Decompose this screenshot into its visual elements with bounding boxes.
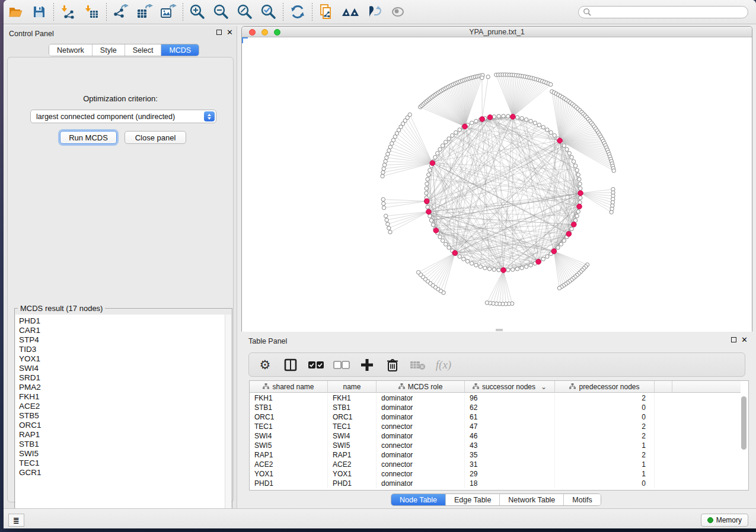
export-table-icon[interactable] [133, 2, 157, 22]
table-panel-title: Table Panel [248, 337, 287, 345]
search-input[interactable] [578, 6, 748, 18]
first-neighbors-icon[interactable] [339, 2, 362, 22]
import-network-icon[interactable] [56, 2, 80, 22]
table-settings-gear-icon[interactable]: ⚙ [255, 356, 275, 374]
table-row[interactable]: STB1STB1dominator620 [250, 403, 741, 412]
sort-indicator-icon: ⌄ [541, 383, 547, 391]
tab-edge-table[interactable]: Edge Table [446, 494, 500, 505]
column-header-MCDS-role[interactable]: MCDS role [377, 381, 465, 392]
tab-select[interactable]: Select [125, 44, 162, 56]
zoom-fit-icon[interactable] [233, 2, 257, 22]
table-row[interactable]: PHD1PHD1dominator180 [250, 479, 741, 488]
cell-successor-nodes: 96 [465, 393, 555, 403]
mcds-result-item[interactable]: FKH1 [19, 392, 226, 402]
run-mcds-button[interactable]: Run MCDS [60, 131, 117, 144]
mcds-result-item[interactable]: ORC1 [19, 421, 226, 430]
tab-node-table[interactable]: Node Table [391, 494, 446, 505]
cell-name: YOX1 [328, 469, 377, 479]
status-bar: ≣ Memory [4, 508, 756, 528]
table-row[interactable]: FKH1FKH1dominator962 [250, 393, 741, 403]
select-all-columns-icon[interactable] [306, 356, 326, 374]
hide-selected-icon[interactable] [362, 2, 386, 22]
clone-network-icon[interactable] [315, 2, 339, 22]
tab-network[interactable]: Network [49, 44, 92, 56]
cell-MCDS-role: dominator [377, 479, 465, 488]
control-panel-header: Control Panel ✕ [4, 26, 237, 41]
table-row[interactable]: ORC1ORC1dominator610 [250, 412, 741, 422]
memory-label: Memory [716, 516, 742, 524]
table-row[interactable]: ACE2ACE2connector311 [250, 460, 741, 469]
mcds-result-item[interactable]: TEC1 [19, 459, 226, 468]
mcds-result-list[interactable]: PHD1CAR1STP4TID3YOX1SWI4SRD1PMA2FKH1ACE2… [15, 315, 226, 527]
save-session-icon[interactable] [27, 2, 51, 22]
cell-successor-nodes: 46 [465, 431, 555, 441]
table-vscrollbar[interactable] [741, 382, 747, 489]
toolbar-separator [106, 3, 107, 21]
close-panel-button[interactable]: Close panel [125, 131, 186, 144]
mcds-result-item[interactable]: SWI5 [19, 449, 226, 459]
mcds-result-item[interactable]: STP4 [19, 335, 226, 345]
mcds-result-item[interactable]: PHD1 [19, 316, 226, 326]
network-canvas[interactable] [242, 37, 752, 332]
import-table-icon[interactable] [80, 2, 104, 22]
tab-motifs[interactable]: Motifs [564, 494, 600, 505]
cell-name: SWI4 [328, 431, 377, 441]
toolbar-separator [183, 3, 183, 21]
table-row[interactable]: RAP1RAP1dominator352 [250, 450, 741, 460]
create-column-icon[interactable] [357, 356, 377, 374]
mcds-result-item[interactable]: CAR1 [19, 326, 226, 335]
task-history-button[interactable]: ≣ [8, 514, 24, 527]
mcds-result-item[interactable]: STB5 [19, 411, 226, 421]
table-row[interactable]: SWI4SWI4dominator462 [250, 431, 741, 441]
column-header-successor-nodes[interactable]: successor nodes⌄ [465, 381, 555, 392]
float-panel-icon[interactable] [216, 30, 222, 35]
mcds-result-item[interactable]: SRD1 [19, 373, 226, 383]
zoom-selected-icon[interactable] [257, 2, 280, 22]
table-panel: Table Panel ✕ ⚙ [241, 335, 752, 508]
float-panel-icon[interactable] [731, 337, 736, 342]
mcds-result-item[interactable]: SWI4 [19, 364, 226, 373]
memory-button[interactable]: Memory [701, 514, 748, 527]
mcds-result-item[interactable]: ACE2 [19, 402, 226, 411]
delete-column-trash-icon[interactable] [382, 356, 403, 374]
mcds-list-scrollbar[interactable] [225, 315, 231, 527]
optimization-criterion-select[interactable]: largest connected component (undirected) [30, 110, 216, 123]
mcds-result-item[interactable]: TID3 [19, 345, 226, 354]
refresh-view-icon[interactable] [286, 2, 310, 22]
mcds-result-item[interactable]: RAP1 [19, 430, 226, 440]
tab-mcds[interactable]: MCDS [161, 44, 199, 56]
open-session-icon[interactable] [4, 2, 27, 22]
mcds-result-title: MCDS result (17 nodes) [18, 304, 105, 313]
cell-MCDS-role: dominator [377, 403, 465, 412]
network-hscroll-thumb[interactable] [496, 329, 503, 331]
table-vscroll-thumb[interactable] [741, 396, 747, 450]
zoom-in-icon[interactable] [186, 2, 209, 22]
export-network-icon[interactable] [109, 2, 133, 22]
mcds-result-item[interactable]: STB1 [19, 440, 226, 449]
toolbar-separator [53, 3, 54, 21]
mcds-result-group: MCDS result (17 nodes) PHD1CAR1STP4TID3Y… [14, 308, 232, 527]
zoom-out-icon[interactable] [209, 2, 233, 22]
table-row[interactable]: SWI5SWI5connector431 [250, 441, 741, 450]
tab-style[interactable]: Style [92, 44, 125, 56]
cell-predecessor-nodes: 2 [555, 431, 655, 441]
table-row[interactable]: YOX1YOX1connector291 [250, 469, 741, 479]
control-panel-title: Control Panel [9, 30, 54, 38]
cell-shared-name: YOX1 [250, 469, 328, 479]
mcds-result-item[interactable]: GCR1 [19, 468, 226, 477]
show-columns-icon[interactable] [280, 356, 301, 374]
close-panel-icon[interactable]: ✕ [741, 336, 748, 343]
table-row[interactable]: TEC1TEC1connector472 [250, 422, 741, 431]
control-panel: Control Panel ✕ NetworkStyleSelectMCDS O… [4, 26, 237, 508]
export-image-icon[interactable] [157, 2, 180, 22]
column-header-predecessor-nodes[interactable]: predecessor nodes [555, 381, 655, 392]
table-toolbar: ⚙ [248, 352, 745, 377]
deselect-all-columns-icon[interactable] [331, 356, 352, 374]
close-panel-icon[interactable]: ✕ [227, 29, 233, 36]
column-header-name[interactable]: name [328, 381, 377, 392]
network-window-titlebar[interactable]: YPA_prune.txt_1 [242, 27, 752, 37]
mcds-result-item[interactable]: YOX1 [19, 354, 226, 364]
tab-network-table[interactable]: Network Table [500, 494, 564, 505]
mcds-result-item[interactable]: PMA2 [19, 383, 226, 392]
column-header-shared-name[interactable]: shared name [250, 381, 328, 392]
